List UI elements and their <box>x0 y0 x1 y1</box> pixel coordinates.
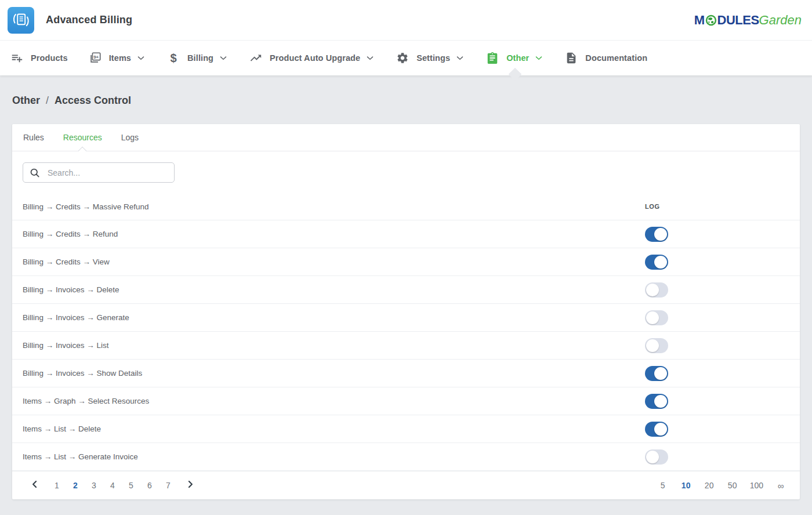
access-control-card: RulesResourcesLogs Billing → Credits → M… <box>12 124 800 499</box>
page-button-1[interactable]: 1 <box>52 481 62 490</box>
nine-plus-icon: 9+ <box>89 52 102 64</box>
log-cell <box>645 449 800 465</box>
log-cell: LOG <box>645 203 800 210</box>
page-button-3[interactable]: 3 <box>89 481 99 490</box>
resource-label: Billing → Credits → View <box>12 258 645 266</box>
log-toggle[interactable] <box>645 310 668 325</box>
chevron-down-icon <box>534 53 544 63</box>
page-size-option-50[interactable]: 50 <box>727 481 738 490</box>
gear-icon <box>396 52 409 64</box>
log-toggle[interactable] <box>645 282 668 298</box>
resources-table: Billing → Credits → Massive RefundLOGBil… <box>12 193 800 471</box>
page-size-option-5[interactable]: 5 <box>657 481 669 490</box>
playlist-add-icon <box>10 52 23 64</box>
log-cell <box>645 394 800 409</box>
log-cell <box>645 310 800 325</box>
table-row: Billing → Invoices → List <box>12 332 800 360</box>
page-button-6[interactable]: 6 <box>144 481 155 490</box>
log-cell <box>645 282 800 298</box>
nav-item-product-auto-upgrade[interactable]: Product Auto Upgrade <box>239 41 386 75</box>
nav-item-other[interactable]: Other <box>476 41 554 75</box>
log-cell <box>645 255 800 270</box>
breadcrumb-section: Other <box>12 95 40 107</box>
chevron-down-icon <box>218 53 229 63</box>
nav-item-settings[interactable]: Settings <box>386 41 476 75</box>
tab-logs[interactable]: Logs <box>121 124 139 151</box>
page-button-2[interactable]: 2 <box>70 481 81 490</box>
modulesgarden-logo[interactable]: M DULES Garden <box>694 13 802 28</box>
search-row <box>12 151 800 183</box>
log-cell <box>645 338 800 353</box>
resource-label: Items → Graph → Select Resources <box>12 397 645 405</box>
dollar-icon: $ <box>167 52 180 64</box>
table-row: Items → List → Delete <box>12 415 800 443</box>
chevron-down-icon <box>136 53 146 63</box>
breadcrumb-page: Access Control <box>55 95 131 107</box>
nav-item-billing[interactable]: $Billing <box>157 41 239 75</box>
prev-page-button[interactable] <box>28 478 42 492</box>
document-icon <box>565 52 578 64</box>
nav-item-items[interactable]: 9+Items <box>78 41 157 75</box>
globe-icon <box>705 14 717 26</box>
resource-label: Items → List → Delete <box>12 425 645 433</box>
logo-text-garden: Garden <box>759 13 802 28</box>
nav-item-documentation[interactable]: Documentation <box>554 41 658 75</box>
tab-label: Resources <box>63 133 102 142</box>
nav-item-label: Other <box>506 53 529 63</box>
resource-label: Billing → Invoices → Delete <box>12 285 645 294</box>
page-size-option-infinity[interactable]: ∞ <box>775 481 786 491</box>
log-toggle[interactable] <box>645 394 668 409</box>
page-button-4[interactable]: 4 <box>107 481 118 490</box>
tab-label: Rules <box>23 133 44 142</box>
resource-label: Billing → Invoices → Show Details <box>12 369 645 378</box>
page-content: Other / Access Control RulesResourcesLog… <box>0 95 812 499</box>
chevron-down-icon <box>365 53 375 63</box>
page-size-option-10[interactable]: 10 <box>680 481 692 490</box>
resource-label: Billing → Invoices → Generate <box>12 313 645 322</box>
next-page-button[interactable] <box>183 478 197 492</box>
nav-item-label: Items <box>109 53 131 63</box>
resource-label: Items → List → Generate Invoice <box>12 452 645 461</box>
nav-item-label: Billing <box>187 53 213 63</box>
nav-item-label: Documentation <box>585 53 647 63</box>
log-toggle[interactable] <box>645 422 668 437</box>
svg-text:9+: 9+ <box>93 55 99 60</box>
resource-label: Billing → Invoices → List <box>12 341 645 350</box>
nav-item-products[interactable]: Products <box>10 41 78 75</box>
log-toggle[interactable] <box>645 449 668 465</box>
chevron-right-icon <box>184 478 196 492</box>
tabs-bar: RulesResourcesLogs <box>12 124 800 151</box>
table-row: Billing → Credits → Refund <box>12 220 800 248</box>
page-size-option-100[interactable]: 100 <box>750 481 763 490</box>
search-icon <box>29 167 41 179</box>
table-row: Billing → Invoices → Show Details <box>12 360 800 387</box>
search-input[interactable] <box>48 168 168 177</box>
resource-label: Billing → Credits → Massive Refund <box>12 202 645 211</box>
log-toggle[interactable] <box>645 227 668 242</box>
page-button-7[interactable]: 7 <box>163 481 173 490</box>
table-row: Billing → Credits → View <box>12 248 800 276</box>
resource-label: Billing → Credits → Refund <box>12 230 645 238</box>
app-header: Advanced Billing M DULES Garden <box>0 0 812 41</box>
logo-text-m: M <box>694 13 705 28</box>
page-size-option-20[interactable]: 20 <box>704 481 715 490</box>
log-cell <box>645 366 800 381</box>
trending-up-icon <box>249 52 262 64</box>
nav-item-label: Product Auto Upgrade <box>270 53 360 63</box>
tab-resources[interactable]: Resources <box>63 124 102 151</box>
log-toggle[interactable] <box>645 366 668 381</box>
table-row: Items → List → Generate Invoice <box>12 443 800 471</box>
table-row: Billing → Invoices → Generate <box>12 304 800 332</box>
tab-label: Logs <box>121 133 139 142</box>
log-column-header: LOG <box>645 203 660 210</box>
chevron-down-icon <box>455 53 465 63</box>
app-title: Advanced Billing <box>46 14 132 26</box>
tab-rules[interactable]: Rules <box>23 124 44 151</box>
table-row: Items → Graph → Select Resources <box>12 387 800 415</box>
page-button-5[interactable]: 5 <box>126 481 136 490</box>
breadcrumb-separator: / <box>46 95 49 107</box>
log-toggle[interactable] <box>645 255 668 270</box>
log-toggle[interactable] <box>645 338 668 353</box>
clipboard-icon <box>486 52 499 64</box>
log-cell <box>645 227 800 242</box>
